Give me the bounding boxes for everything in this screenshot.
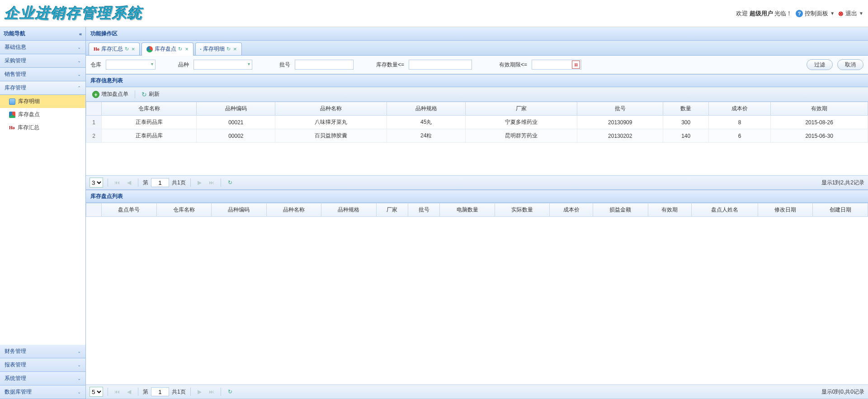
sidebar-group-purchase[interactable]: 采购管理 ⌄: [0, 54, 85, 68]
sidebar-group-finance[interactable]: 财务管理 ⌄: [0, 345, 85, 358]
sidebar-inventory-items: 库存明细 库存盘点 Ho 库存汇总: [0, 95, 85, 134]
col-rownum: [86, 102, 102, 116]
col-expire[interactable]: 有效期: [648, 203, 691, 217]
tab-bar: Ho 库存汇总 ↻ × 库存盘点 ↻ × 库存明细 ↻ ×: [86, 41, 868, 56]
exit-link[interactable]: ⊗ 退出 ▼: [838, 9, 863, 18]
col-rownum: [86, 203, 102, 217]
col-expire[interactable]: 有效期: [771, 102, 868, 116]
inventory-grid: 仓库名称 品种编码 品种名称 品种规格 厂家 批号 数量 成本价 有效期: [86, 102, 868, 175]
chevron-down-icon: ⌄: [77, 45, 81, 50]
col-spec[interactable]: 品种规格: [321, 203, 377, 217]
expire-date-field[interactable]: ▦: [532, 60, 581, 70]
sidebar-item-inventory-summary[interactable]: Ho 库存汇总: [0, 121, 85, 134]
last-page-button[interactable]: ⏭: [207, 387, 216, 396]
last-page-button[interactable]: ⏭: [207, 178, 216, 187]
col-create-date[interactable]: 创建日期: [813, 203, 868, 217]
col-checker[interactable]: 盘点人姓名: [691, 203, 758, 217]
col-batch[interactable]: 批号: [577, 102, 663, 116]
header: 企业进销存管理系统 欢迎 超级用户 光临！ ? 控制面板 ▼ ⊗ 退出 ▼: [0, 0, 868, 27]
tab-inventory-summary[interactable]: Ho 库存汇总 ↻ ×: [89, 42, 140, 55]
col-variety-name[interactable]: 品种名称: [266, 203, 321, 217]
refresh-button[interactable]: ↻ 刷新: [138, 89, 163, 99]
close-icon[interactable]: ×: [233, 46, 237, 52]
sidebar: 功能导航 « 基础信息 ⌄ 采购管理 ⌄ 销售管理 ⌄ 库存管理 ⌃: [0, 27, 86, 399]
col-actual-qty[interactable]: 实际数量: [495, 203, 550, 217]
col-check-no[interactable]: 盘点单号: [102, 203, 157, 217]
chevron-down-icon: ⌄: [77, 349, 81, 354]
reload-button[interactable]: ↻: [226, 178, 235, 187]
page-size-select[interactable]: 5: [90, 387, 103, 397]
page-input[interactable]: [151, 387, 169, 396]
refresh-icon[interactable]: ↻: [178, 46, 182, 52]
sidebar-group-basic[interactable]: 基础信息 ⌄: [0, 41, 85, 54]
check-list-title: 库存盘点列表: [86, 190, 868, 203]
prev-page-button[interactable]: ◀: [124, 178, 133, 187]
refresh-icon[interactable]: ↻: [226, 46, 231, 52]
sidebar-group-report[interactable]: 报表管理 ⌄: [0, 358, 85, 372]
col-warehouse[interactable]: 仓库名称: [102, 102, 197, 116]
expire-date-input[interactable]: [532, 60, 572, 69]
next-page-button[interactable]: ▶: [195, 178, 204, 187]
filter-label-warehouse: 仓库: [90, 61, 101, 69]
tab-inventory-check[interactable]: 库存盘点 ↻ ×: [142, 42, 193, 56]
col-manufacturer[interactable]: 厂家: [466, 102, 577, 116]
filter-bar: 仓库 品种 批号 库存数量<= 有效期限<= ▦ 过滤 取消: [86, 56, 868, 74]
prev-page-button[interactable]: ◀: [124, 387, 133, 396]
cancel-button[interactable]: 取消: [837, 59, 863, 70]
table-row[interactable]: 2 正泰药品库 00002 百贝益肺胶囊 24粒 昆明群芳药业 20130202…: [86, 129, 868, 143]
col-modify-date[interactable]: 修改日期: [758, 203, 813, 217]
detail-icon: [200, 49, 201, 50]
sidebar-item-inventory-detail[interactable]: 库存明细: [0, 95, 85, 108]
welcome-text: 欢迎 超级用户 光临！: [736, 9, 792, 18]
chevron-down-icon: ▼: [830, 11, 835, 16]
col-spec[interactable]: 品种规格: [387, 102, 466, 116]
sidebar-group-inventory[interactable]: 库存管理 ⌃: [0, 81, 85, 95]
first-page-button[interactable]: ⏮: [113, 178, 122, 187]
warehouse-combo[interactable]: [106, 60, 156, 70]
col-cost[interactable]: 成本价: [709, 102, 771, 116]
close-icon[interactable]: ×: [185, 46, 189, 52]
col-computer-qty[interactable]: 电脑数量: [440, 203, 495, 217]
content-area: 功能操作区 Ho 库存汇总 ↻ × 库存盘点 ↻ × 库存明细: [86, 27, 868, 399]
sidebar-group-system[interactable]: 系统管理 ⌄: [0, 372, 85, 385]
next-page-button[interactable]: ▶: [195, 387, 204, 396]
col-cost[interactable]: 成本价: [550, 203, 593, 217]
reload-button[interactable]: ↻: [226, 387, 235, 396]
refresh-icon[interactable]: ↻: [125, 46, 129, 52]
col-profit-loss[interactable]: 损益金额: [593, 203, 648, 217]
col-variety-name[interactable]: 品种名称: [275, 102, 387, 116]
table-row[interactable]: 1 正泰药品库 00021 八味獐牙菜丸 45丸 宁夏多维药业 20130909…: [86, 116, 868, 129]
batch-input[interactable]: [295, 60, 354, 70]
pie-icon: [9, 112, 15, 118]
filter-button[interactable]: 过滤: [807, 59, 833, 70]
variety-combo[interactable]: [193, 60, 252, 70]
calendar-icon[interactable]: ▦: [572, 61, 580, 69]
tab-inventory-detail[interactable]: 库存明细 ↻ ×: [195, 42, 242, 55]
chevron-down-icon: ⌄: [77, 362, 81, 367]
control-panel-link[interactable]: ? 控制面板 ▼: [796, 9, 835, 18]
page-size-select[interactable]: 3: [90, 178, 103, 188]
chevron-down-icon: ⌄: [77, 72, 81, 77]
inventory-list-title: 库存信息列表: [86, 74, 868, 87]
summary-icon: Ho: [9, 125, 15, 130]
sidebar-group-sales[interactable]: 销售管理 ⌄: [0, 68, 85, 81]
collapse-left-icon[interactable]: «: [79, 31, 82, 37]
first-page-button[interactable]: ⏮: [113, 387, 122, 396]
col-warehouse[interactable]: 仓库名称: [156, 203, 212, 217]
sidebar-item-inventory-check[interactable]: 库存盘点: [0, 108, 85, 121]
page-input[interactable]: [151, 178, 169, 187]
add-check-button[interactable]: + 增加盘点单: [89, 89, 132, 99]
col-qty[interactable]: 数量: [663, 102, 709, 116]
qty-input[interactable]: [409, 60, 472, 70]
filter-label-expire: 有效期限<=: [499, 61, 527, 69]
chevron-up-icon: ⌃: [77, 85, 81, 90]
sidebar-group-database[interactable]: 数据库管理 ⌄: [0, 385, 85, 399]
col-variety-code[interactable]: 品种编码: [197, 102, 275, 116]
check-paging: 5 ⏮ ◀ 第 共1页 ▶ ⏭ ↻ 显示0到0,共0记录: [86, 385, 868, 399]
filter-label-qty: 库存数量<=: [376, 61, 404, 69]
chevron-down-icon: ⌄: [77, 58, 81, 63]
col-batch[interactable]: 批号: [408, 203, 439, 217]
col-variety-code[interactable]: 品种编码: [212, 203, 267, 217]
col-manufacturer[interactable]: 厂家: [376, 203, 408, 217]
close-icon[interactable]: ×: [132, 46, 135, 52]
